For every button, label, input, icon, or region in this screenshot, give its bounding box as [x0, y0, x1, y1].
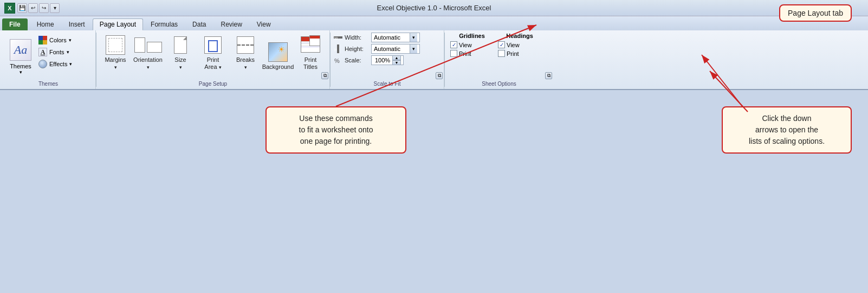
sheet-options-expand-button[interactable]: ⧉: [545, 72, 552, 79]
orientation-label: Orientation▾: [133, 56, 163, 71]
height-icon: H: [334, 44, 342, 53]
fonts-icon: A: [38, 48, 47, 56]
svg-text:W: W: [334, 36, 338, 40]
page-setup-group-label: Page Setup: [96, 81, 329, 87]
margins-icon: [105, 35, 126, 55]
tab-home[interactable]: Home: [30, 18, 61, 30]
scale-row: % Scale: 100% ▲ ▼: [334, 55, 404, 65]
size-button[interactable]: Size▾: [165, 33, 196, 72]
fonts-button[interactable]: A Fonts ▾: [37, 47, 92, 58]
orientation-button[interactable]: Orientation▾: [132, 33, 164, 72]
page-layout-tab-annotation: Page Layout tab: [779, 4, 852, 22]
headings-print-label: Print: [507, 50, 519, 57]
headings-print-option: Print: [498, 50, 541, 57]
height-label: Height:: [345, 46, 369, 52]
breaks-button[interactable]: Breaks▾: [230, 33, 261, 72]
background-button[interactable]: Background: [262, 33, 294, 72]
height-dropdown[interactable]: Automatic ▾: [371, 44, 420, 54]
height-value: Automatic: [374, 46, 410, 52]
excel-icon: X: [4, 3, 15, 14]
print-row: Print Print: [448, 50, 541, 57]
width-dropdown-arrow[interactable]: ▾: [410, 33, 417, 42]
themes-icon: Aa: [10, 39, 31, 61]
tab-file[interactable]: File: [2, 18, 28, 30]
colors-icon: [38, 36, 47, 44]
quick-access-toolbar: 💾 ↩ ↪ ▾: [17, 3, 60, 13]
tab-view[interactable]: View: [250, 18, 278, 30]
commands-annotation-box: Use these commandsto fit a worksheet ont…: [265, 106, 406, 154]
themes-group-label: Themes: [1, 81, 95, 87]
colors-button[interactable]: Colors ▾: [37, 35, 92, 46]
effects-button[interactable]: Effects ▾: [37, 59, 92, 69]
gridlines-view-label: View: [459, 42, 472, 48]
headings-header: Headings: [498, 33, 541, 39]
headings-print-checkbox[interactable]: [498, 50, 505, 57]
arrows-annotation-text: Click the downarrows to open thelists of…: [749, 114, 825, 145]
height-row: H Height: Automatic ▾: [334, 44, 420, 54]
height-dropdown-arrow[interactable]: ▾: [410, 44, 417, 53]
ribbon: Aa Themes ▾ Colors ▾ A Fonts ▾ Effects: [0, 30, 868, 90]
undo-button[interactable]: ↩: [28, 3, 38, 13]
gridlines-view-checkbox[interactable]: ✓: [450, 41, 457, 48]
margins-label: Margins▾: [105, 56, 126, 71]
print-area-label: PrintArea ▾: [204, 56, 221, 71]
tab-formulas[interactable]: Formulas: [144, 18, 185, 30]
tab-review[interactable]: Review: [213, 18, 249, 30]
margins-button[interactable]: Margins▾: [100, 33, 131, 72]
commands-annotation-text: Use these commandsto fit a worksheet ont…: [299, 114, 373, 145]
save-button[interactable]: 💾: [17, 3, 27, 13]
tab-page-layout[interactable]: Page Layout: [93, 18, 143, 30]
scale-to-fit-group-label: Scale to Fit: [331, 81, 444, 87]
scale-label: Scale:: [345, 57, 369, 63]
redo-button[interactable]: ↪: [39, 3, 49, 13]
themes-label: Themes: [10, 63, 31, 69]
size-icon: [170, 35, 191, 55]
svg-rect-2: [337, 44, 339, 53]
ribbon-tabs: File Home Insert Page Layout Formulas Da…: [0, 16, 868, 30]
width-value: Automatic: [374, 34, 410, 41]
scale-to-fit-expand-button[interactable]: ⧉: [436, 72, 443, 79]
spin-up[interactable]: ▲: [393, 56, 400, 60]
scale-input[interactable]: 100% ▲ ▼: [371, 55, 404, 65]
page-setup-group: Margins▾ Orientation▾ Size▾: [96, 30, 330, 89]
scale-spinner[interactable]: ▲ ▼: [392, 55, 401, 65]
width-row: W Width: Automatic ▾: [334, 33, 420, 42]
themes-group: Aa Themes ▾ Colors ▾ A Fonts ▾ Effects: [1, 30, 96, 89]
tab-data[interactable]: Data: [185, 18, 213, 30]
effects-icon: [38, 60, 47, 68]
customize-button[interactable]: ▾: [50, 3, 60, 13]
title-bar-left: X 💾 ↩ ↪ ▾: [4, 3, 60, 14]
print-area-button[interactable]: PrintArea ▾: [197, 33, 229, 72]
gridlines-print-option: Print: [450, 50, 494, 57]
svg-text:H: H: [334, 48, 337, 52]
breaks-label: Breaks▾: [236, 56, 255, 71]
width-label: Width:: [345, 34, 369, 41]
print-area-icon: [203, 35, 223, 55]
breaks-icon: [235, 35, 256, 55]
headings-view-label: View: [507, 42, 520, 48]
gridlines-header: Gridlines: [450, 33, 494, 39]
headings-view-option: ✓ View: [498, 41, 541, 48]
themes-button[interactable]: Aa Themes ▾: [4, 33, 37, 75]
background-label: Background: [262, 63, 294, 71]
tab-insert[interactable]: Insert: [62, 18, 92, 30]
headings-view-checkbox[interactable]: ✓: [498, 41, 505, 48]
gridlines-print-checkbox[interactable]: [450, 50, 457, 57]
lower-area: Use these commandsto fit a worksheet ont…: [0, 90, 868, 204]
width-dropdown[interactable]: Automatic ▾: [371, 33, 420, 42]
sheet-options-group-label: Sheet Options: [445, 81, 553, 87]
print-titles-icon: [300, 35, 321, 55]
spin-down[interactable]: ▼: [393, 60, 400, 65]
page-setup-expand-button[interactable]: ⧉: [321, 72, 328, 79]
themes-sub-buttons: Colors ▾ A Fonts ▾ Effects ▾: [37, 33, 92, 69]
scale-value: 100%: [374, 57, 392, 63]
gridlines-print-label: Print: [459, 50, 471, 57]
print-titles-label: PrintTitles: [303, 56, 318, 71]
title-bar: X 💾 ↩ ↪ ▾ Excel Objective 1.0 - Microsof…: [0, 0, 868, 16]
scale-to-fit-group: W Width: Automatic ▾ H Height: Automatic…: [331, 30, 444, 89]
print-titles-button[interactable]: PrintTitles: [295, 33, 326, 72]
svg-text:%: %: [334, 58, 340, 64]
scale-icon: %: [334, 56, 342, 65]
view-row: ✓ View ✓ View: [448, 41, 541, 48]
width-icon: W: [334, 33, 342, 42]
